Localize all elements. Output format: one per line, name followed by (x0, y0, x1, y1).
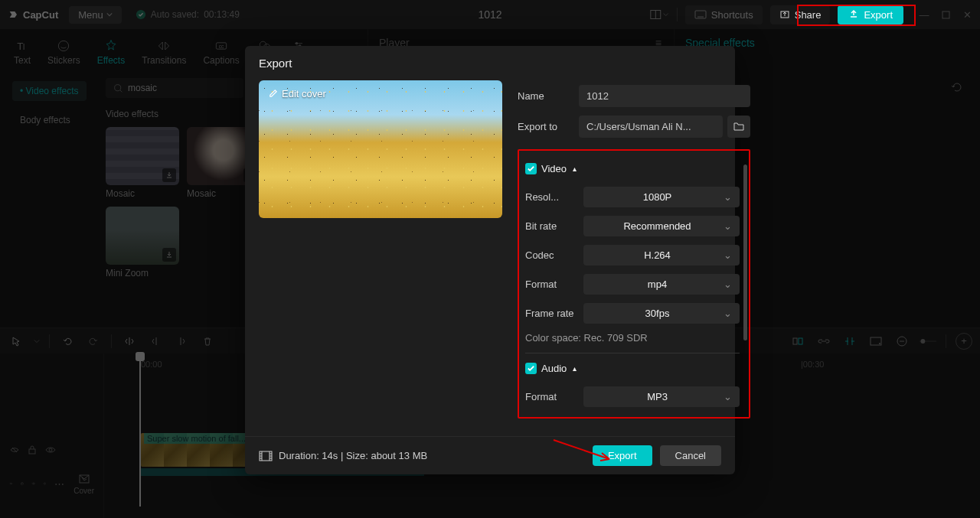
effect-thumb[interactable]: Mosaic (106, 127, 179, 199)
effect-thumb[interactable]: Mini Zoom (106, 207, 179, 279)
tab-text[interactable]: TIText (14, 35, 31, 66)
chevron-up-icon[interactable]: ▴ (573, 364, 577, 373)
download-icon[interactable] (162, 248, 176, 262)
name-label: Name (518, 90, 571, 102)
audio-format-dropdown[interactable]: MP3⌄ (583, 386, 740, 407)
svg-rect-3 (695, 11, 706, 18)
window-minimize[interactable]: — (919, 9, 929, 20)
snap-tool[interactable] (841, 333, 858, 350)
svg-point-0 (136, 10, 145, 19)
svg-rect-28 (21, 484, 24, 485)
zoom-slider[interactable] (920, 333, 936, 350)
codec-dropdown[interactable]: H.264⌄ (583, 245, 740, 266)
audio-checkbox[interactable] (525, 363, 537, 374)
mirror-tool[interactable] (789, 333, 806, 350)
hide-icon[interactable] (9, 445, 20, 455)
link-tool[interactable] (815, 333, 832, 350)
dialog-title: Export (245, 46, 735, 80)
hide-icon[interactable] (9, 478, 13, 489)
playhead[interactable] (139, 353, 141, 507)
svg-point-9 (59, 41, 69, 50)
split-left[interactable] (147, 333, 164, 350)
shortcuts-button[interactable]: Shortcuts (685, 5, 763, 24)
annotation-box-settings: Video ▴ Resol... 1080P⌄ Bit rate Recomme… (518, 149, 750, 419)
svg-text:cc: cc (219, 44, 224, 49)
annotation-arrow (550, 436, 619, 467)
split-right[interactable] (173, 333, 190, 350)
cover-preview[interactable]: Edit cover (259, 80, 502, 218)
name-input[interactable] (579, 85, 750, 107)
download-icon[interactable] (162, 168, 176, 182)
svg-rect-1 (651, 10, 661, 18)
delete-tool[interactable] (199, 333, 216, 350)
svg-rect-30 (80, 475, 89, 483)
autosave-status: Auto saved: 00:13:49 (136, 9, 240, 20)
cover-button[interactable]: Cover (74, 473, 94, 495)
pointer-tool[interactable] (8, 333, 24, 350)
keyboard-icon (694, 9, 707, 20)
app-logo: CapCut (8, 8, 58, 21)
svg-text:T: T (17, 41, 23, 52)
window-close[interactable]: ✕ (962, 9, 972, 20)
video-section-label: Video (541, 163, 567, 174)
audio-section-label: Audio (541, 363, 567, 374)
visibility-icon[interactable] (44, 445, 57, 454)
svg-point-21 (879, 343, 880, 344)
split-tool[interactable] (121, 333, 138, 350)
colorspace-info: Color space: Rec. 709 SDR (525, 332, 740, 344)
subnav-body-effects[interactable]: Body effects (12, 110, 78, 130)
subnav-video-effects[interactable]: • Video effects (12, 81, 87, 101)
svg-rect-10 (216, 43, 226, 49)
browse-folder-button[interactable] (727, 116, 750, 138)
lock-icon[interactable] (28, 445, 37, 455)
redo-button[interactable] (85, 333, 102, 350)
chevron-up-icon[interactable]: ▴ (573, 165, 577, 173)
visibility-icon[interactable] (31, 479, 36, 488)
search-input[interactable] (106, 78, 243, 98)
check-icon (136, 9, 146, 20)
zoom-in[interactable]: + (956, 333, 972, 350)
lock-icon[interactable] (21, 478, 24, 489)
resolution-dropdown[interactable]: 1080P⌄ (583, 187, 740, 207)
project-title: 1012 (478, 8, 501, 21)
svg-rect-6 (942, 11, 949, 18)
folder-icon (733, 121, 745, 132)
window-maximize[interactable] (940, 9, 951, 20)
svg-rect-20 (871, 337, 881, 345)
preview-tool[interactable] (867, 333, 884, 350)
track-controls-2: ⋯ Cover (0, 467, 103, 500)
pencil-icon (268, 89, 278, 99)
svg-line-17 (120, 90, 122, 91)
export-dialog: Export Edit cover Name Export to (245, 46, 735, 474)
export-path-input[interactable] (579, 116, 723, 138)
undo-button[interactable] (59, 333, 76, 350)
framerate-dropdown[interactable]: 30fps⌄ (583, 303, 740, 324)
app-name: CapCut (23, 9, 58, 21)
tab-captions[interactable]: ccCaptions (203, 35, 239, 66)
tab-transitions[interactable]: Transitions (142, 35, 186, 66)
track-controls-1 (0, 433, 103, 467)
svg-rect-18 (793, 338, 797, 344)
video-format-dropdown[interactable]: mp4⌄ (583, 274, 740, 295)
edit-cover-button[interactable]: Edit cover (268, 88, 326, 99)
bitrate-dropdown[interactable]: Recommended⌄ (583, 216, 740, 236)
svg-rect-19 (799, 338, 802, 344)
tab-effects[interactable]: Effects (97, 35, 125, 66)
mute-icon[interactable] (43, 478, 47, 489)
undo-icon[interactable] (949, 80, 963, 94)
svg-point-25 (920, 339, 925, 344)
scrollbar[interactable] (743, 165, 747, 340)
tab-stickers[interactable]: Stickers (47, 35, 80, 66)
film-icon (259, 451, 273, 461)
svg-rect-26 (29, 449, 35, 454)
layout-icon[interactable] (649, 5, 669, 24)
svg-point-14 (296, 42, 298, 44)
zoom-out[interactable] (893, 333, 910, 350)
cancel-button[interactable]: Cancel (660, 445, 721, 466)
svg-point-22 (897, 337, 906, 346)
svg-point-29 (33, 483, 34, 484)
svg-point-16 (115, 84, 121, 90)
menu-button[interactable]: Menu (69, 6, 122, 24)
export-to-label: Export to (518, 121, 571, 132)
video-checkbox[interactable] (525, 163, 537, 174)
